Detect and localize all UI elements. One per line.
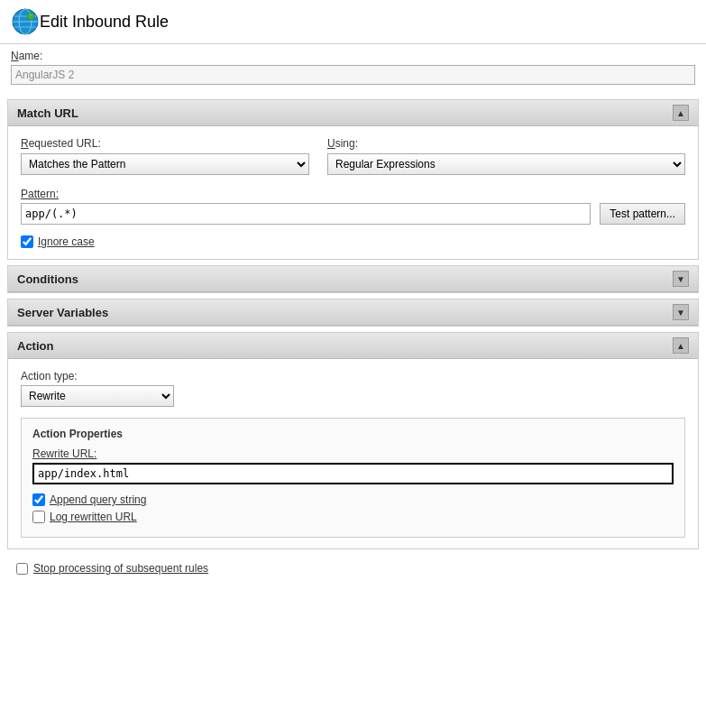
page-header: Edit Inbound Rule <box>0 0 706 44</box>
server-variables-section: Server Variables ▼ <box>7 299 699 327</box>
action-toggle[interactable]: ▲ <box>673 337 689 354</box>
stop-processing-checkbox[interactable] <box>16 563 28 575</box>
action-title: Action <box>17 339 53 353</box>
expand-icon-2: ▼ <box>676 308 685 318</box>
server-variables-header[interactable]: Server Variables ▼ <box>8 299 698 326</box>
server-variables-title: Server Variables <box>17 306 108 319</box>
pattern-input[interactable] <box>21 203 591 225</box>
conditions-toggle[interactable]: ▼ <box>673 271 689 287</box>
page-title: Edit Inbound Rule <box>40 13 169 32</box>
action-checkboxes: Append query string Log rewritten URL <box>32 493 674 523</box>
pattern-row: Test pattern... <box>21 203 685 225</box>
action-type-container: Action type: Rewrite Redirect Custom Res… <box>21 370 685 407</box>
append-query-string-label: Append query string <box>50 493 146 506</box>
using-label: Using: <box>327 137 685 150</box>
expand-icon: ▼ <box>676 274 685 284</box>
match-url-title: Match URL <box>17 106 78 120</box>
stop-processing-label: Stop processing of subsequent rules <box>33 562 208 575</box>
server-variables-toggle[interactable]: ▼ <box>673 304 689 320</box>
action-header[interactable]: Action ▲ <box>8 333 698 359</box>
match-url-header[interactable]: Match URL ▲ <box>8 100 698 126</box>
action-type-select[interactable]: Rewrite Redirect Custom Response Abort R… <box>21 385 174 407</box>
rewrite-url-label: Rewrite URL: <box>32 447 674 460</box>
collapse-icon: ▲ <box>676 108 685 118</box>
ignore-case-label: Ignore case <box>38 235 95 248</box>
ignore-case-checkbox[interactable] <box>21 235 33 248</box>
conditions-section: Conditions ▼ <box>7 265 699 293</box>
action-section: Action ▲ Action type: Rewrite Redirect C… <box>7 332 699 549</box>
globe-icon <box>11 7 40 36</box>
rewrite-url-input[interactable] <box>32 463 674 484</box>
log-rewritten-url-checkbox[interactable] <box>32 511 45 523</box>
append-query-string-row: Append query string <box>32 493 674 506</box>
collapse-icon-2: ▲ <box>676 341 685 351</box>
conditions-header[interactable]: Conditions ▼ <box>8 266 698 292</box>
log-rewritten-url-label: Log rewritten URL <box>50 511 137 523</box>
match-url-toggle[interactable]: ▲ <box>673 105 689 121</box>
action-body: Action type: Rewrite Redirect Custom Res… <box>8 359 698 548</box>
requested-url-label: Requested URL: <box>21 137 309 150</box>
svg-point-5 <box>27 13 34 20</box>
test-pattern-button[interactable]: Test pattern... <box>600 203 685 225</box>
action-type-label: Action type: <box>21 370 685 382</box>
append-query-string-checkbox[interactable] <box>32 493 45 506</box>
name-input[interactable] <box>11 65 695 85</box>
pattern-input-wrap <box>21 203 591 225</box>
name-field-container: Name: <box>0 44 706 94</box>
match-url-section: Match URL ▲ Requested URL: Matches the P… <box>7 99 699 260</box>
requested-url-col: Requested URL: Matches the Pattern Does … <box>21 137 309 175</box>
action-properties-title: Action Properties <box>32 428 674 440</box>
ignore-case-row: Ignore case <box>21 235 685 248</box>
requested-url-select[interactable]: Matches the Pattern Does Not Match the P… <box>21 153 309 175</box>
pattern-container: Pattern: Test pattern... <box>21 188 685 225</box>
log-rewritten-url-row: Log rewritten URL <box>32 511 674 523</box>
stop-processing-row: Stop processing of subsequent rules <box>7 555 699 582</box>
url-using-row: Requested URL: Matches the Pattern Does … <box>21 137 685 175</box>
action-properties-box: Action Properties Rewrite URL: Append qu… <box>21 418 685 538</box>
using-col: Using: Regular Expressions Wildcards Exa… <box>327 137 685 175</box>
using-select[interactable]: Regular Expressions Wildcards Exact Matc… <box>327 153 685 175</box>
pattern-label: Pattern: <box>21 188 685 200</box>
conditions-title: Conditions <box>17 272 78 286</box>
match-url-body: Requested URL: Matches the Pattern Does … <box>8 126 698 259</box>
name-label: Name: <box>11 50 695 62</box>
